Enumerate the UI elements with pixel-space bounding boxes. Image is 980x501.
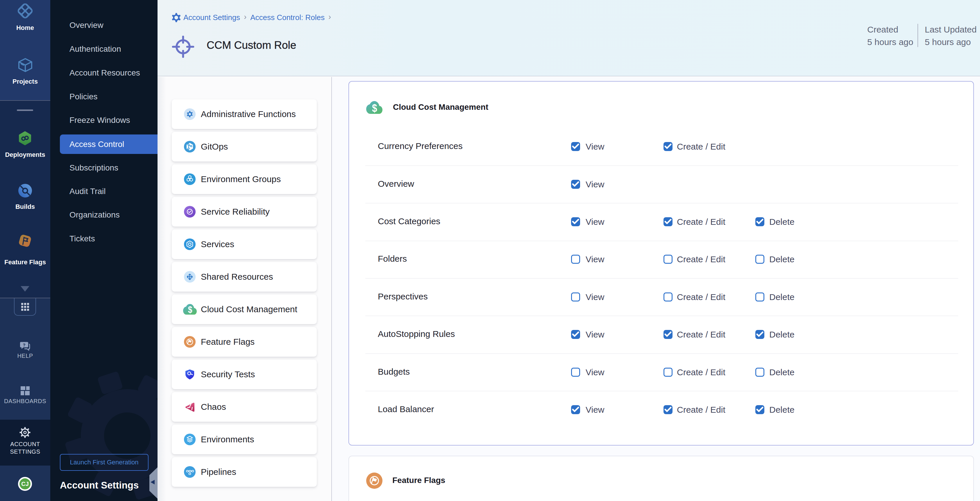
svg-text:?: ?: [23, 342, 25, 347]
svg-text:$: $: [188, 304, 192, 314]
svg-text:$: $: [372, 102, 377, 114]
